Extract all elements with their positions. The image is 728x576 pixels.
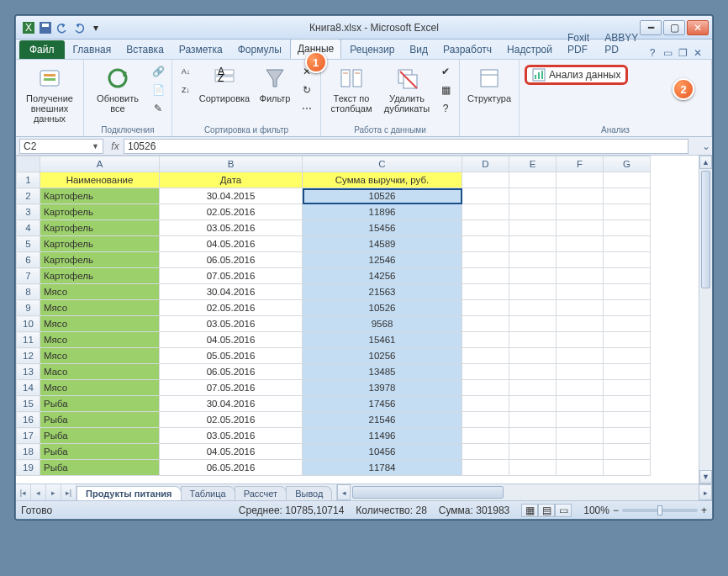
cell[interactable] [509, 236, 557, 252]
file-tab[interactable]: Файл [19, 40, 65, 59]
scroll-up-icon[interactable]: ▲ [699, 156, 712, 169]
sheet-next-icon[interactable]: ▸ [46, 484, 61, 500]
cell[interactable]: 30.04.2016 [160, 284, 303, 300]
row-header[interactable]: 14 [17, 380, 40, 396]
cell[interactable]: 10526 [303, 300, 462, 316]
fx-icon[interactable]: fx [107, 140, 124, 152]
cell[interactable]: 06.05.2016 [160, 460, 303, 476]
qat-more-icon[interactable]: ▾ [88, 20, 103, 35]
cell[interactable] [604, 316, 651, 332]
cell[interactable]: Картофель [40, 236, 160, 252]
cell[interactable]: 13485 [303, 364, 462, 380]
tab-foxit[interactable]: Foxit PDF [561, 29, 596, 59]
cell[interactable]: 07.05.2016 [160, 268, 303, 284]
page-layout-icon[interactable]: ▤ [538, 504, 555, 517]
cell[interactable] [509, 348, 557, 364]
cell[interactable]: 04.05.2016 [160, 444, 303, 460]
row-header[interactable]: 13 [17, 364, 40, 380]
cell[interactable] [557, 348, 604, 364]
cell[interactable] [509, 380, 557, 396]
help-icon[interactable]: ? [646, 47, 658, 59]
formula-input[interactable]: 10526 [124, 139, 688, 154]
cell[interactable] [509, 396, 557, 412]
cell[interactable] [557, 460, 604, 476]
cell[interactable] [509, 428, 557, 444]
maximize-button[interactable]: ▢ [663, 20, 685, 35]
cell[interactable]: 21546 [303, 412, 462, 428]
cell[interactable]: 10456 [303, 444, 462, 460]
cell[interactable] [557, 220, 604, 236]
sheet-prev-icon[interactable]: ◂ [31, 484, 46, 500]
cell[interactable]: Мясо [40, 300, 160, 316]
cell[interactable] [462, 220, 509, 236]
cell[interactable]: 02.05.2016 [160, 204, 303, 220]
data-analysis-button[interactable]: Анализ данных [525, 65, 628, 85]
cell[interactable]: 30.04.2016 [160, 396, 303, 412]
cell[interactable] [509, 332, 557, 348]
restore-window-icon[interactable]: ❐ [677, 47, 688, 59]
cell[interactable]: Наименование [40, 172, 160, 188]
filter-button[interactable]: Фильтр [255, 63, 295, 103]
cell[interactable] [509, 460, 557, 476]
cell[interactable]: Рыба [40, 412, 160, 428]
cell[interactable] [462, 316, 509, 332]
cell[interactable]: 9568 [303, 316, 462, 332]
cell[interactable] [604, 348, 651, 364]
cell[interactable] [462, 412, 509, 428]
cell[interactable] [604, 252, 651, 268]
col-header-F[interactable]: F [557, 156, 604, 172]
col-header-B[interactable]: B [160, 156, 303, 172]
cell[interactable] [509, 412, 557, 428]
cell[interactable]: Рыба [40, 444, 160, 460]
col-header-E[interactable]: E [509, 156, 557, 172]
col-header-C[interactable]: C [303, 156, 462, 172]
cell[interactable]: Дата [160, 172, 303, 188]
data-validation-icon[interactable]: ✔ [437, 63, 454, 80]
cell[interactable] [604, 204, 651, 220]
cell[interactable] [557, 316, 604, 332]
cell[interactable]: Масо [40, 364, 160, 380]
remove-duplicates-button[interactable]: Удалить дубликаты [380, 63, 434, 114]
row-header[interactable]: 9 [17, 300, 40, 316]
cell[interactable]: 12546 [303, 252, 462, 268]
cell[interactable]: 11784 [303, 460, 462, 476]
cell[interactable] [509, 220, 557, 236]
cell[interactable] [557, 412, 604, 428]
cell[interactable]: 04.05.2016 [160, 332, 303, 348]
cell[interactable] [462, 428, 509, 444]
tab-abbyy[interactable]: ABBYY PD [598, 29, 645, 59]
sheet-tab[interactable]: Рассчет [235, 486, 288, 500]
close-workbook-icon[interactable]: ✕ [692, 47, 704, 59]
cell[interactable] [557, 444, 604, 460]
excel-icon[interactable]: X [21, 20, 36, 35]
worksheet-grid[interactable]: A B C D E F G 1НаименованиеДатаСумма выр… [16, 156, 712, 484]
cell[interactable]: Картофель [40, 188, 160, 204]
cell[interactable]: 06.05.2016 [160, 364, 303, 380]
cell[interactable]: 15456 [303, 220, 462, 236]
cell[interactable]: 15461 [303, 332, 462, 348]
zoom-in-icon[interactable]: + [701, 505, 707, 516]
cell[interactable]: Мясо [40, 332, 160, 348]
sheet-tab[interactable]: Вывод [286, 486, 332, 500]
undo-icon[interactable] [55, 20, 70, 35]
row-header[interactable]: 4 [17, 220, 40, 236]
cell[interactable]: 13978 [303, 380, 462, 396]
advanced-icon[interactable]: ⋯ [298, 100, 315, 117]
cell[interactable]: 10526 [303, 188, 462, 204]
cell[interactable] [604, 300, 651, 316]
cell[interactable] [557, 396, 604, 412]
row-header[interactable]: 19 [17, 460, 40, 476]
cell[interactable]: 03.05.2016 [160, 316, 303, 332]
cell[interactable]: 11896 [303, 204, 462, 220]
cell[interactable] [462, 300, 509, 316]
cell[interactable]: Мясо [40, 284, 160, 300]
col-header-D[interactable]: D [462, 156, 509, 172]
tab-formulas[interactable]: Формулы [231, 40, 288, 59]
sheet-first-icon[interactable]: |◂ [16, 484, 31, 500]
row-header[interactable]: 2 [17, 188, 40, 204]
tab-layout[interactable]: Разметка [172, 40, 229, 59]
cell[interactable] [604, 188, 651, 204]
properties-icon[interactable]: 📄 [150, 82, 166, 98]
cell[interactable] [557, 364, 604, 380]
cell[interactable]: Картофель [40, 204, 160, 220]
